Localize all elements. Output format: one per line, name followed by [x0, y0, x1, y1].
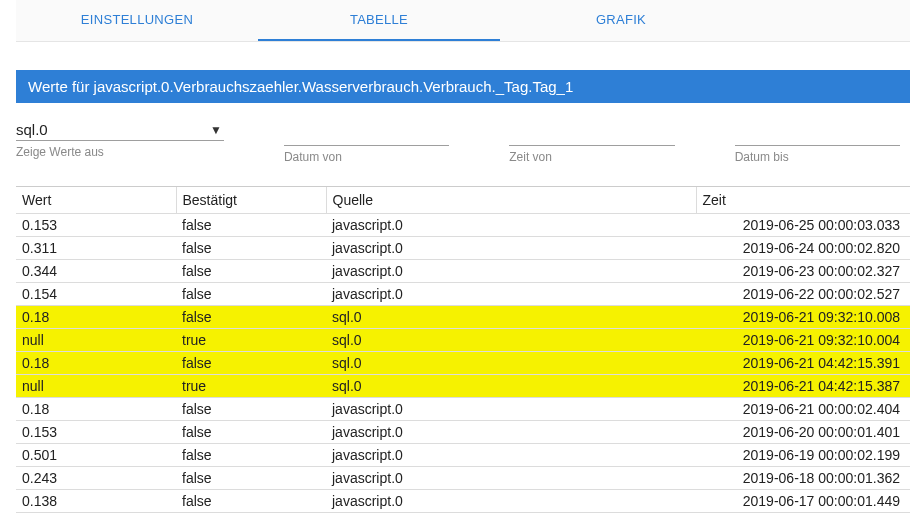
cell-zeit: 2019-06-21 00:00:02.404: [696, 398, 910, 421]
cell-zeit: 2019-06-24 00:00:02.820: [696, 237, 910, 260]
col-header-wert[interactable]: Wert: [16, 187, 176, 214]
table-row[interactable]: 0.311falsejavascript.02019-06-24 00:00:0…: [16, 237, 910, 260]
filter-row: sql.0 ▼ Zeige Werte aus Datum von Zeit v…: [16, 121, 910, 164]
table-row[interactable]: 0.18falsesql.02019-06-21 09:32:10.008: [16, 306, 910, 329]
cell-bestaetigt: false: [176, 214, 326, 237]
table-row[interactable]: 0.344falsejavascript.02019-06-23 00:00:0…: [16, 260, 910, 283]
cell-wert: 0.154: [16, 283, 176, 306]
tab-einstellungen[interactable]: EINSTELLUNGEN: [16, 0, 258, 41]
date-to-field[interactable]: Datum bis: [735, 121, 900, 164]
table-row[interactable]: 0.501falsejavascript.02019-06-19 00:00:0…: [16, 444, 910, 467]
date-from-input[interactable]: [284, 121, 449, 146]
cell-wert: 0.344: [16, 260, 176, 283]
cell-zeit: 2019-06-18 00:00:01.362: [696, 467, 910, 490]
cell-bestaetigt: false: [176, 490, 326, 513]
cell-quelle: javascript.0: [326, 421, 696, 444]
cell-zeit: 2019-06-25 00:00:03.033: [696, 214, 910, 237]
time-from-label: Zeit von: [509, 150, 674, 164]
date-from-field[interactable]: Datum von: [284, 121, 449, 164]
cell-bestaetigt: false: [176, 444, 326, 467]
table-row[interactable]: 0.153falsejavascript.02019-06-20 00:00:0…: [16, 421, 910, 444]
table-row[interactable]: 0.243falsejavascript.02019-06-18 00:00:0…: [16, 467, 910, 490]
cell-zeit: 2019-06-22 00:00:02.527: [696, 283, 910, 306]
cell-quelle: javascript.0: [326, 283, 696, 306]
cell-wert: null: [16, 375, 176, 398]
table-row[interactable]: 0.18falsesql.02019-06-21 04:42:15.391: [16, 352, 910, 375]
cell-wert: 0.153: [16, 421, 176, 444]
table-row[interactable]: nulltruesql.02019-06-21 09:32:10.004: [16, 329, 910, 352]
cell-quelle: javascript.0: [326, 444, 696, 467]
table-row[interactable]: 0.138falsejavascript.02019-06-17 00:00:0…: [16, 490, 910, 513]
cell-zeit: 2019-06-21 04:42:15.391: [696, 352, 910, 375]
table-row[interactable]: 0.154falsejavascript.02019-06-22 00:00:0…: [16, 283, 910, 306]
table-row[interactable]: 0.18falsejavascript.02019-06-21 00:00:02…: [16, 398, 910, 421]
cell-wert: 0.18: [16, 398, 176, 421]
cell-quelle: javascript.0: [326, 260, 696, 283]
cell-wert: 0.311: [16, 237, 176, 260]
cell-wert: 0.18: [16, 306, 176, 329]
cell-bestaetigt: false: [176, 306, 326, 329]
col-header-bestaetigt[interactable]: Bestätigt: [176, 187, 326, 214]
cell-quelle: sql.0: [326, 329, 696, 352]
source-select[interactable]: sql.0 ▼ Zeige Werte aus: [16, 121, 224, 164]
cell-bestaetigt: true: [176, 329, 326, 352]
col-header-zeit[interactable]: Zeit: [696, 187, 910, 214]
cell-bestaetigt: false: [176, 352, 326, 375]
cell-zeit: 2019-06-17 00:00:01.449: [696, 490, 910, 513]
time-from-input[interactable]: [509, 121, 674, 146]
data-table: Wert Bestätigt Quelle Zeit 0.153falsejav…: [16, 186, 910, 513]
table-header-row: Wert Bestätigt Quelle Zeit: [16, 187, 910, 214]
cell-bestaetigt: true: [176, 375, 326, 398]
date-to-input[interactable]: [735, 121, 900, 146]
table-row[interactable]: 0.153falsejavascript.02019-06-25 00:00:0…: [16, 214, 910, 237]
cell-zeit: 2019-06-21 04:42:15.387: [696, 375, 910, 398]
date-from-label: Datum von: [284, 150, 449, 164]
cell-wert: 0.243: [16, 467, 176, 490]
cell-quelle: sql.0: [326, 352, 696, 375]
time-from-field[interactable]: Zeit von: [509, 121, 674, 164]
chevron-down-icon: ▼: [210, 123, 222, 137]
cell-bestaetigt: false: [176, 421, 326, 444]
source-select-value: sql.0: [16, 121, 48, 138]
cell-zeit: 2019-06-20 00:00:01.401: [696, 421, 910, 444]
cell-bestaetigt: false: [176, 237, 326, 260]
cell-zeit: 2019-06-23 00:00:02.327: [696, 260, 910, 283]
tab-grafik[interactable]: GRAFIK: [500, 0, 742, 41]
col-header-quelle[interactable]: Quelle: [326, 187, 696, 214]
table-row[interactable]: nulltruesql.02019-06-21 04:42:15.387: [16, 375, 910, 398]
tab-bar: EINSTELLUNGEN TABELLE GRAFIK: [16, 0, 910, 42]
cell-zeit: 2019-06-21 09:32:10.008: [696, 306, 910, 329]
cell-quelle: sql.0: [326, 375, 696, 398]
cell-quelle: sql.0: [326, 306, 696, 329]
cell-quelle: javascript.0: [326, 214, 696, 237]
cell-zeit: 2019-06-19 00:00:02.199: [696, 444, 910, 467]
cell-wert: 0.18: [16, 352, 176, 375]
date-to-label: Datum bis: [735, 150, 900, 164]
tab-tabelle[interactable]: TABELLE: [258, 0, 500, 41]
cell-wert: null: [16, 329, 176, 352]
cell-quelle: javascript.0: [326, 398, 696, 421]
cell-bestaetigt: false: [176, 283, 326, 306]
cell-wert: 0.153: [16, 214, 176, 237]
cell-bestaetigt: false: [176, 398, 326, 421]
cell-quelle: javascript.0: [326, 490, 696, 513]
cell-bestaetigt: false: [176, 260, 326, 283]
cell-quelle: javascript.0: [326, 237, 696, 260]
page-title: Werte für javascript.0.Verbrauchszaehler…: [16, 70, 910, 103]
source-select-label: Zeige Werte aus: [16, 145, 224, 159]
cell-wert: 0.138: [16, 490, 176, 513]
cell-bestaetigt: false: [176, 467, 326, 490]
cell-zeit: 2019-06-21 09:32:10.004: [696, 329, 910, 352]
cell-wert: 0.501: [16, 444, 176, 467]
cell-quelle: javascript.0: [326, 467, 696, 490]
